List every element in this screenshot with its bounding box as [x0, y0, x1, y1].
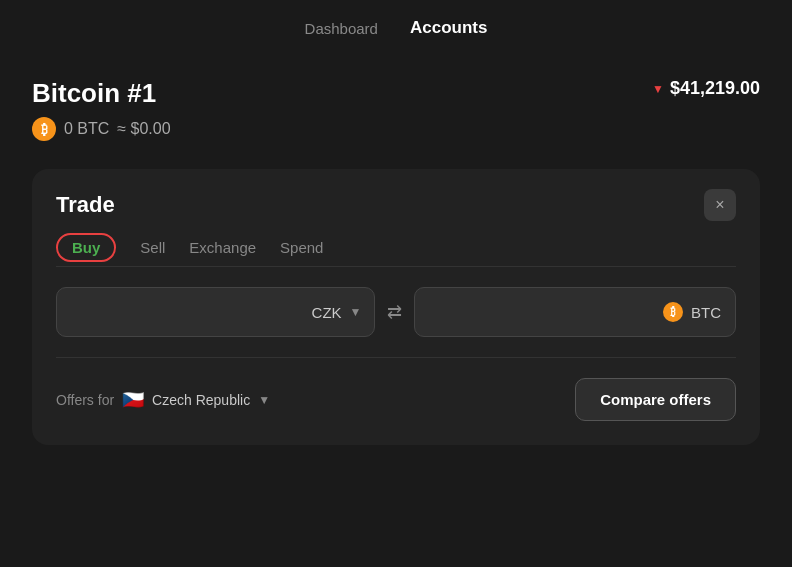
- main-content: Bitcoin #1 ▼ $41,219.00 ₿ 0 BTC ≈ $0.00 …: [0, 54, 792, 445]
- price-direction-icon: ▼: [652, 82, 664, 96]
- tab-spend[interactable]: Spend: [280, 239, 323, 266]
- divider: [56, 357, 736, 358]
- trade-card: Trade × Buy Sell Exchange Spend CZK ▼ ⇄ …: [32, 169, 760, 445]
- from-currency-dropdown-icon: ▼: [350, 305, 362, 319]
- account-price: ▼ $41,219.00: [652, 78, 760, 99]
- account-header: Bitcoin #1 ▼ $41,219.00: [32, 78, 760, 109]
- btc-icon-small: ₿: [663, 302, 683, 322]
- account-title: Bitcoin #1: [32, 78, 156, 109]
- compare-offers-button[interactable]: Compare offers: [575, 378, 736, 421]
- balance-approx: ≈ $0.00: [117, 120, 170, 138]
- country-name: Czech Republic: [152, 392, 250, 408]
- nav-dashboard[interactable]: Dashboard: [305, 20, 378, 37]
- tab-exchange[interactable]: Exchange: [189, 239, 256, 266]
- btc-balance: 0 BTC: [64, 120, 109, 138]
- trade-card-header: Trade ×: [56, 189, 736, 221]
- country-flag-icon: 🇨🇿: [122, 389, 144, 411]
- to-currency-label: BTC: [691, 304, 721, 321]
- trade-title: Trade: [56, 192, 115, 218]
- currency-row: CZK ▼ ⇄ ₿ BTC: [56, 287, 736, 337]
- tab-buy[interactable]: Buy: [56, 239, 116, 266]
- account-balance: ₿ 0 BTC ≈ $0.00: [32, 117, 760, 141]
- from-currency-label: CZK: [312, 304, 342, 321]
- buy-tab-label: Buy: [56, 233, 116, 262]
- bottom-row: Offers for 🇨🇿 Czech Republic ▼ Compare o…: [56, 378, 736, 421]
- tab-sell[interactable]: Sell: [140, 239, 165, 266]
- offers-for-selector[interactable]: Offers for 🇨🇿 Czech Republic ▼: [56, 389, 270, 411]
- top-navigation: Dashboard Accounts: [0, 0, 792, 54]
- to-currency-selector[interactable]: ₿ BTC: [414, 287, 737, 337]
- btc-icon: ₿: [32, 117, 56, 141]
- account-price-value: $41,219.00: [670, 78, 760, 99]
- offers-for-label: Offers for: [56, 392, 114, 408]
- close-button[interactable]: ×: [704, 189, 736, 221]
- nav-accounts[interactable]: Accounts: [410, 18, 487, 38]
- swap-currencies-icon[interactable]: ⇄: [387, 301, 402, 323]
- offers-dropdown-icon: ▼: [258, 393, 270, 407]
- from-currency-selector[interactable]: CZK ▼: [56, 287, 375, 337]
- trade-tabs: Buy Sell Exchange Spend: [56, 239, 736, 267]
